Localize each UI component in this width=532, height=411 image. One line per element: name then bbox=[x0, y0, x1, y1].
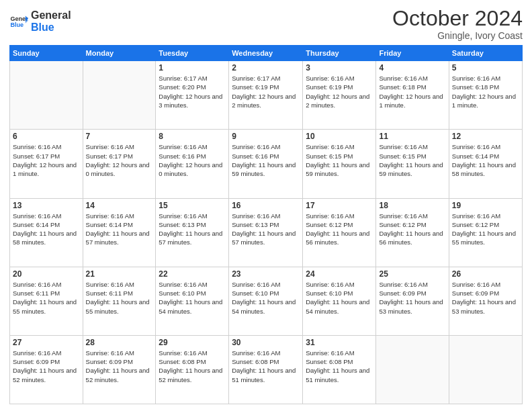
calendar-header-wednesday: Wednesday bbox=[229, 46, 303, 61]
day-info: Sunrise: 6:16 AMSunset: 6:14 PMDaylight:… bbox=[86, 212, 153, 247]
day-info: Sunrise: 6:16 AMSunset: 6:17 PMDaylight:… bbox=[86, 142, 153, 178]
calendar-cell bbox=[83, 61, 156, 130]
day-number: 21 bbox=[86, 269, 153, 279]
calendar-cell: 28Sunrise: 6:16 AMSunset: 6:09 PMDayligh… bbox=[83, 335, 156, 404]
day-number: 18 bbox=[379, 201, 445, 210]
day-number: 10 bbox=[306, 132, 373, 141]
calendar-table: SundayMondayTuesdayWednesdayThursdayFrid… bbox=[9, 45, 523, 404]
calendar-header-monday: Monday bbox=[83, 46, 156, 61]
day-info: Sunrise: 6:16 AMSunset: 6:15 PMDaylight:… bbox=[306, 142, 373, 178]
day-number: 8 bbox=[159, 132, 226, 141]
day-number: 4 bbox=[379, 63, 445, 73]
calendar-week-row: 13Sunrise: 6:16 AMSunset: 6:14 PMDayligh… bbox=[10, 198, 523, 267]
calendar-cell: 3Sunrise: 6:16 AMSunset: 6:19 PMDaylight… bbox=[303, 61, 376, 130]
day-number: 11 bbox=[379, 132, 445, 141]
day-number: 20 bbox=[13, 269, 80, 279]
day-info: Sunrise: 6:16 AMSunset: 6:09 PMDaylight:… bbox=[86, 349, 153, 384]
day-info: Sunrise: 6:16 AMSunset: 6:11 PMDaylight:… bbox=[86, 280, 153, 316]
day-info: Sunrise: 6:16 AMSunset: 6:12 PMDaylight:… bbox=[379, 212, 445, 247]
day-number: 16 bbox=[232, 201, 300, 210]
calendar-cell: 8Sunrise: 6:16 AMSunset: 6:16 PMDaylight… bbox=[156, 130, 229, 198]
calendar-header-friday: Friday bbox=[376, 46, 449, 61]
day-number: 28 bbox=[86, 338, 153, 347]
calendar-cell: 20Sunrise: 6:16 AMSunset: 6:11 PMDayligh… bbox=[10, 267, 83, 335]
page-title: October 2024 bbox=[392, 7, 523, 30]
calendar-cell: 13Sunrise: 6:16 AMSunset: 6:14 PMDayligh… bbox=[10, 198, 83, 267]
day-number: 23 bbox=[232, 269, 300, 279]
header: General Blue General Blue October 2024 G… bbox=[9, 7, 523, 41]
day-number: 7 bbox=[86, 132, 153, 141]
day-info: Sunrise: 6:16 AMSunset: 6:19 PMDaylight:… bbox=[306, 74, 373, 109]
calendar-cell: 2Sunrise: 6:17 AMSunset: 6:19 PMDaylight… bbox=[229, 61, 303, 130]
day-number: 19 bbox=[452, 201, 519, 210]
day-number: 24 bbox=[306, 269, 373, 279]
day-info: Sunrise: 6:17 AMSunset: 6:20 PMDaylight:… bbox=[159, 74, 226, 109]
title-block: October 2024 Gningle, Ivory Coast bbox=[392, 7, 523, 41]
day-number: 5 bbox=[452, 63, 519, 73]
calendar-cell: 23Sunrise: 6:16 AMSunset: 6:10 PMDayligh… bbox=[229, 267, 303, 335]
calendar-week-row: 20Sunrise: 6:16 AMSunset: 6:11 PMDayligh… bbox=[10, 267, 523, 335]
logo: General Blue General Blue bbox=[9, 9, 71, 33]
day-info: Sunrise: 6:16 AMSunset: 6:10 PMDaylight:… bbox=[232, 280, 300, 316]
day-number: 29 bbox=[159, 338, 226, 347]
day-info: Sunrise: 6:16 AMSunset: 6:17 PMDaylight:… bbox=[13, 142, 80, 178]
calendar-cell: 1Sunrise: 6:17 AMSunset: 6:20 PMDaylight… bbox=[156, 61, 229, 130]
day-number: 22 bbox=[159, 269, 226, 279]
day-number: 3 bbox=[306, 63, 373, 73]
calendar-week-row: 27Sunrise: 6:16 AMSunset: 6:09 PMDayligh… bbox=[10, 335, 523, 404]
day-number: 9 bbox=[232, 132, 300, 141]
day-info: Sunrise: 6:16 AMSunset: 6:16 PMDaylight:… bbox=[232, 142, 300, 178]
calendar-cell: 19Sunrise: 6:16 AMSunset: 6:12 PMDayligh… bbox=[449, 198, 522, 267]
calendar-cell: 31Sunrise: 6:16 AMSunset: 6:08 PMDayligh… bbox=[303, 335, 376, 404]
calendar-cell: 14Sunrise: 6:16 AMSunset: 6:14 PMDayligh… bbox=[83, 198, 156, 267]
calendar-cell bbox=[376, 335, 449, 404]
day-info: Sunrise: 6:16 AMSunset: 6:16 PMDaylight:… bbox=[159, 142, 226, 178]
page: General Blue General Blue October 2024 G… bbox=[0, 0, 532, 411]
day-number: 12 bbox=[452, 132, 519, 141]
day-number: 27 bbox=[13, 338, 80, 347]
day-info: Sunrise: 6:16 AMSunset: 6:08 PMDaylight:… bbox=[232, 349, 300, 384]
calendar-cell: 17Sunrise: 6:16 AMSunset: 6:12 PMDayligh… bbox=[303, 198, 376, 267]
day-number: 6 bbox=[13, 132, 80, 141]
day-info: Sunrise: 6:17 AMSunset: 6:19 PMDaylight:… bbox=[232, 74, 300, 109]
calendar-cell: 30Sunrise: 6:16 AMSunset: 6:08 PMDayligh… bbox=[229, 335, 303, 404]
day-info: Sunrise: 6:16 AMSunset: 6:09 PMDaylight:… bbox=[452, 280, 519, 316]
day-number: 17 bbox=[306, 201, 373, 210]
calendar-header-tuesday: Tuesday bbox=[156, 46, 229, 61]
day-number: 31 bbox=[306, 338, 373, 347]
day-info: Sunrise: 6:16 AMSunset: 6:10 PMDaylight:… bbox=[159, 280, 226, 316]
day-info: Sunrise: 6:16 AMSunset: 6:09 PMDaylight:… bbox=[13, 349, 80, 384]
day-info: Sunrise: 6:16 AMSunset: 6:13 PMDaylight:… bbox=[232, 212, 300, 247]
calendar-cell: 27Sunrise: 6:16 AMSunset: 6:09 PMDayligh… bbox=[10, 335, 83, 404]
day-info: Sunrise: 6:16 AMSunset: 6:12 PMDaylight:… bbox=[306, 212, 373, 247]
calendar-cell: 25Sunrise: 6:16 AMSunset: 6:09 PMDayligh… bbox=[376, 267, 449, 335]
calendar-cell: 18Sunrise: 6:16 AMSunset: 6:12 PMDayligh… bbox=[376, 198, 449, 267]
calendar-cell: 9Sunrise: 6:16 AMSunset: 6:16 PMDaylight… bbox=[229, 130, 303, 198]
day-info: Sunrise: 6:16 AMSunset: 6:12 PMDaylight:… bbox=[452, 212, 519, 247]
day-number: 1 bbox=[159, 63, 226, 73]
day-info: Sunrise: 6:16 AMSunset: 6:14 PMDaylight:… bbox=[13, 212, 80, 247]
svg-text:Blue: Blue bbox=[10, 21, 24, 28]
day-number: 2 bbox=[232, 63, 300, 73]
calendar-header-thursday: Thursday bbox=[303, 46, 376, 61]
page-subtitle: Gningle, Ivory Coast bbox=[392, 30, 523, 41]
day-info: Sunrise: 6:16 AMSunset: 6:14 PMDaylight:… bbox=[452, 142, 519, 178]
calendar-cell: 12Sunrise: 6:16 AMSunset: 6:14 PMDayligh… bbox=[449, 130, 522, 198]
day-number: 13 bbox=[13, 201, 80, 210]
day-info: Sunrise: 6:16 AMSunset: 6:15 PMDaylight:… bbox=[379, 142, 445, 178]
calendar-cell: 24Sunrise: 6:16 AMSunset: 6:10 PMDayligh… bbox=[303, 267, 376, 335]
calendar-cell: 22Sunrise: 6:16 AMSunset: 6:10 PMDayligh… bbox=[156, 267, 229, 335]
logo-line1: General bbox=[31, 9, 71, 21]
day-info: Sunrise: 6:16 AMSunset: 6:09 PMDaylight:… bbox=[379, 280, 445, 316]
calendar-cell: 6Sunrise: 6:16 AMSunset: 6:17 PMDaylight… bbox=[10, 130, 83, 198]
calendar-header-sunday: Sunday bbox=[10, 46, 83, 61]
calendar-cell: 4Sunrise: 6:16 AMSunset: 6:18 PMDaylight… bbox=[376, 61, 449, 130]
day-info: Sunrise: 6:16 AMSunset: 6:11 PMDaylight:… bbox=[13, 280, 80, 316]
calendar-week-row: 1Sunrise: 6:17 AMSunset: 6:20 PMDaylight… bbox=[10, 61, 523, 130]
calendar-cell: 15Sunrise: 6:16 AMSunset: 6:13 PMDayligh… bbox=[156, 198, 229, 267]
calendar-cell: 21Sunrise: 6:16 AMSunset: 6:11 PMDayligh… bbox=[83, 267, 156, 335]
day-info: Sunrise: 6:16 AMSunset: 6:08 PMDaylight:… bbox=[306, 349, 373, 384]
day-number: 15 bbox=[159, 201, 226, 210]
calendar-cell: 11Sunrise: 6:16 AMSunset: 6:15 PMDayligh… bbox=[376, 130, 449, 198]
day-info: Sunrise: 6:16 AMSunset: 6:18 PMDaylight:… bbox=[452, 74, 519, 109]
